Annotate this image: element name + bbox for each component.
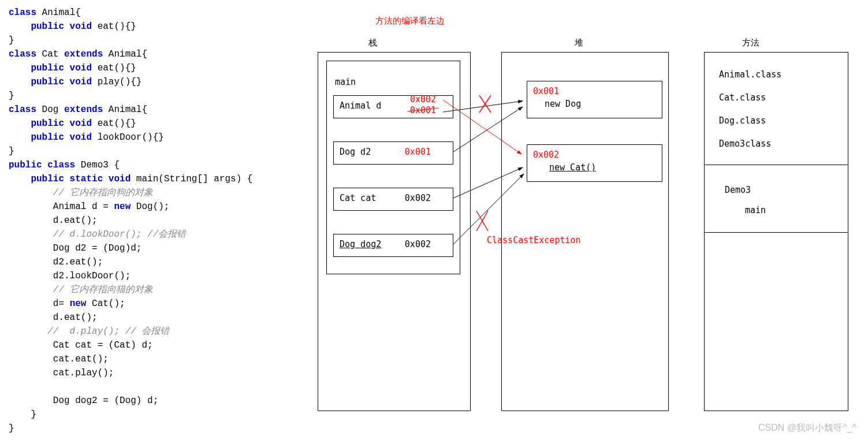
t: } [9,423,14,434]
addr: 0x002 [533,150,656,160]
code-block: class Animal{ public void eat(){} } clas… [3,3,315,438]
val: new Cat() [549,162,656,173]
heap-title: 堆 [567,38,590,49]
t: d.eat(); [9,312,98,323]
t: main(String[] args) { [131,174,252,184]
t: Dog d2 = (Dog)d; [9,243,141,253]
t: Animal{ [103,105,147,115]
addr-002: 0x002 [410,94,436,105]
t: lookDoor(){} [92,132,164,143]
class-1: Animal.class [719,69,781,80]
kw: public void [9,77,92,87]
t: Animal{ [36,8,81,18]
t: Cat(); [86,299,125,309]
class-2: Cat.class [719,92,766,103]
kw: new [114,202,131,212]
t: } [9,91,14,101]
t: eat(){} [92,21,136,32]
main-container: class Animal{ public void eat(){} } clas… [3,3,865,438]
svg-line-1 [479,95,491,113]
kw: public void [9,21,92,32]
t: play(){} [92,77,141,87]
svg-line-8 [476,211,488,231]
compile-note: 方法的编译看左边 [375,16,445,27]
kw: public class [9,160,75,170]
t: d2.lookDoor(); [9,271,131,281]
svg-line-7 [476,211,488,231]
addr: 0x002 [405,193,431,203]
kw: new [70,299,87,309]
method-divider-1 [704,165,848,165]
stack-row-2: Dog d2 0x001 [333,141,453,165]
stack-row-4: Dog dog2 0x002 [333,234,453,257]
exception-label: ClassCastException [487,235,581,245]
cm: // d.lookDoor(); //会报错 [9,229,186,240]
kw: class [9,49,36,59]
cm: // 它内存指向狗的对象 [9,188,153,198]
var: Cat cat [340,193,376,203]
t: eat(){} [92,63,136,73]
t: Animal d = [9,202,114,212]
stack-title: 栈 [361,38,384,49]
var: Dog d2 [340,147,371,157]
method-divider-2 [704,232,848,233]
t: eat(){} [92,118,136,129]
var: Animal d [340,100,381,111]
t: Cat [36,49,64,59]
method-box [704,52,848,411]
t: Cat cat = (Cat) d; [9,340,153,350]
method-title: 方法 [739,38,762,49]
t: Animal{ [103,49,147,59]
main-label: main [335,77,356,87]
t: d2.eat(); [9,257,103,267]
t: Dog(); [131,202,169,212]
addr: 0x001 [533,86,656,96]
addr-001: 0x001 [410,105,436,115]
val: new Dog [545,99,656,109]
addr: 0x002 [405,239,431,249]
kw: public void [9,118,92,129]
t: Demo3 { [75,160,120,170]
t: } [9,35,14,46]
t: Dog [36,105,64,115]
addr: 0x001 [405,147,431,157]
var: Dog dog2 [340,239,381,249]
heap-cell-1: 0x001 new Dog [527,81,662,118]
svg-line-2 [479,95,491,113]
memory-diagram: 方法的编译看左边 栈 堆 方法 main Animal d 0x002 0x00… [315,3,865,419]
heap-cell-2: 0x002 new Cat() [527,144,662,182]
method-main: main [745,205,766,215]
class-4: Demo3class [719,139,771,149]
t: cat.eat(); [9,354,109,364]
cm: // d.play(); // 会报错 [9,326,169,337]
cm: // 它内存指向猫的对象 [9,285,153,295]
t: Dog dog2 = (Dog) d; [9,396,158,406]
kw: extends [64,49,103,59]
class-3: Dog.class [719,115,766,126]
kw: public void [9,132,92,143]
t: } [9,146,14,156]
t: cat.play(); [9,368,114,378]
t: d= [9,299,70,309]
kw: public static void [9,174,131,184]
kw: class [9,8,36,18]
t: } [9,409,36,420]
method-entry: Demo3 [725,185,751,195]
kw: extends [64,105,103,115]
kw: public void [9,63,92,73]
t: d.eat(); [9,215,98,226]
stack-row-3: Cat cat 0x002 [333,188,453,211]
kw: class [9,105,36,115]
watermark: CSDN @我叫小魏呀^_^ [758,422,856,434]
